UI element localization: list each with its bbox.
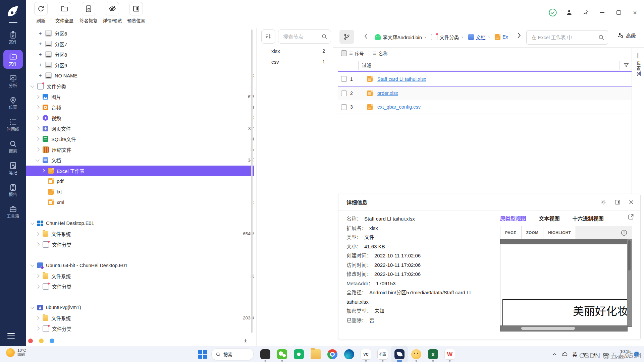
select-all-checkbox[interactable] xyxy=(341,50,347,56)
tree-item[interactable]: 文件系统 320 xyxy=(26,271,254,282)
search-icon[interactable] xyxy=(598,34,604,41)
expander-icon[interactable] xyxy=(35,148,40,151)
sidebar-item-analysis[interactable]: 分析 xyxy=(3,72,23,90)
zoom-button[interactable]: ZOOM xyxy=(522,226,544,239)
scope-search-input[interactable] xyxy=(531,35,598,41)
refresh-button[interactable]: 刷新 xyxy=(28,2,54,24)
open-external-icon[interactable] xyxy=(628,214,634,220)
taskbar-app-icon[interactable] xyxy=(341,346,358,362)
node-list-item[interactable]: csv 1 xyxy=(257,56,333,67)
sidebar-item-notes[interactable]: 笔记 xyxy=(3,159,23,178)
taskbar-app-icon[interactable] xyxy=(324,346,341,362)
expander-icon[interactable] xyxy=(30,264,35,266)
tree-item[interactable]: 文件系统 654593 xyxy=(26,229,254,239)
table-row[interactable]: 3 ext_qbar_config.csv xyxy=(338,100,632,114)
viewer-vertical-scrollbar[interactable] xyxy=(627,239,632,327)
expander-icon[interactable] xyxy=(35,243,40,246)
taskbar-search[interactable]: 搜索 xyxy=(211,348,254,360)
expander-icon[interactable] xyxy=(38,73,43,78)
sort-button[interactable] xyxy=(261,29,275,44)
sidebar-item-case[interactable]: 案件 xyxy=(3,28,23,47)
expander-icon[interactable] xyxy=(35,159,40,161)
file-link[interactable]: Staff card LI taihui.xlsx xyxy=(377,76,426,82)
tree-scrollbar[interactable] xyxy=(251,29,253,333)
expander-icon[interactable] xyxy=(35,327,40,330)
viewer-horizontal-scrollbar[interactable] xyxy=(500,325,628,331)
taskbar-app-icon[interactable] xyxy=(391,346,408,362)
show-all-files-button[interactable]: 文件全显 xyxy=(52,2,77,24)
breadcrumb-item-evidence[interactable]: 李大辉Android.bin xyxy=(373,34,422,41)
expander-icon[interactable] xyxy=(40,169,46,172)
sidebar-item-toolbox[interactable]: 工具箱 xyxy=(3,202,23,221)
details-preview-toggle-button[interactable]: 详情/预览 xyxy=(100,2,125,24)
tree-item[interactable]: 文件分类 6 xyxy=(26,323,254,334)
breadcrumb-item-excel[interactable]: Ex xyxy=(492,34,508,40)
maximize-button[interactable] xyxy=(614,8,623,17)
breadcrumb-item-classify[interactable]: 文件分类 xyxy=(429,34,459,41)
expander-icon[interactable] xyxy=(35,317,40,319)
expander-icon[interactable] xyxy=(38,31,43,36)
tree-item[interactable]: 文件分类 7 xyxy=(26,81,254,92)
sidebar-item-files[interactable]: 文件 xyxy=(3,50,23,69)
row-checkbox[interactable] xyxy=(341,76,347,82)
taskbar-app-icon[interactable] xyxy=(425,346,441,362)
search-icon[interactable] xyxy=(321,34,327,40)
file-link[interactable]: ext_qbar_config.csv xyxy=(377,104,421,110)
filter-funnel-icon[interactable] xyxy=(623,62,629,68)
tree-item[interactable]: Excel 工作表 3 xyxy=(26,166,254,176)
tree-item[interactable]: 分区7 1 xyxy=(26,39,254,50)
column-header-name[interactable]: 名称 xyxy=(379,50,388,57)
close-button[interactable]: × xyxy=(631,8,639,17)
tree-item[interactable]: ubuntu-vg(lvm1) xyxy=(26,302,254,313)
expander-icon[interactable] xyxy=(35,127,40,130)
expander-icon[interactable] xyxy=(35,96,40,98)
minimize-button[interactable] xyxy=(598,8,606,17)
gear-icon[interactable] xyxy=(600,199,607,205)
tree-item[interactable]: 音频 193 xyxy=(26,102,254,113)
taskbar-app-icon[interactable] xyxy=(441,346,458,362)
chevron-right-icon[interactable] xyxy=(517,32,521,39)
sidebar-item-search[interactable]: 搜索 xyxy=(3,137,23,156)
weather-widget[interactable]: 10°C 晴朗 xyxy=(6,348,26,357)
taskbar-app-icon[interactable] xyxy=(307,346,324,362)
tab-native-view[interactable]: 原类型视图 xyxy=(500,215,526,222)
tree-item[interactable]: 文件分类 2 xyxy=(26,281,254,292)
tree-item[interactable]: ChunHei Desktop.E01 xyxy=(26,218,254,229)
column-divider[interactable] xyxy=(369,51,369,56)
expander-icon[interactable] xyxy=(38,62,43,68)
expander-icon[interactable] xyxy=(35,106,40,109)
account-icon[interactable] xyxy=(565,8,574,17)
tree-item[interactable]: 视频 23 xyxy=(26,113,254,123)
tree-item[interactable]: 文件分类 8 xyxy=(26,239,254,250)
expander-icon[interactable] xyxy=(35,138,40,140)
pin-icon[interactable] xyxy=(581,8,590,17)
tree-item[interactable]: pdf 1 xyxy=(26,176,254,187)
info-icon[interactable] xyxy=(621,229,628,236)
signature-recovery-button[interactable]: 签名恢复 xyxy=(76,2,101,24)
taskbar-app-icon[interactable] xyxy=(290,346,307,362)
expander-icon[interactable] xyxy=(35,233,40,235)
menu-icon[interactable] xyxy=(7,333,15,339)
taskbar-app-icon[interactable] xyxy=(408,346,425,362)
layout-panel-icon[interactable] xyxy=(614,199,621,205)
taskbar-app-icon[interactable] xyxy=(374,346,391,362)
filter-input[interactable] xyxy=(361,62,620,68)
tab-hex-view[interactable]: 十六进制视图 xyxy=(573,215,604,222)
expander-icon[interactable] xyxy=(30,307,35,308)
tree-item[interactable]: txt 406 xyxy=(26,187,254,197)
tree-item[interactable]: 图片 6790 xyxy=(26,92,254,102)
tree-item[interactable]: 压缩文件 246 xyxy=(26,144,254,155)
ime-indicator[interactable]: 英 xyxy=(573,351,577,358)
tree-item[interactable]: 文档 3475 xyxy=(26,155,254,166)
column-header-num[interactable]: 序号 xyxy=(355,50,364,57)
breadcrumb-item-documents[interactable]: 文档 xyxy=(466,34,486,41)
expander-icon[interactable] xyxy=(30,223,35,224)
tree-item[interactable]: 分区9 1 xyxy=(26,60,254,71)
table-row[interactable]: 1 Staff card LI taihui.xlsx xyxy=(338,71,632,86)
expander-icon[interactable] xyxy=(30,85,35,87)
tree-item[interactable]: 网页文件 3113 xyxy=(26,123,254,134)
expander-icon[interactable] xyxy=(35,285,40,288)
tray-chevron-up-icon[interactable] xyxy=(552,352,557,357)
highlight-button[interactable]: HIGHLIGHT xyxy=(543,226,576,239)
node-list-item[interactable]: xlsx 2 xyxy=(257,46,333,56)
